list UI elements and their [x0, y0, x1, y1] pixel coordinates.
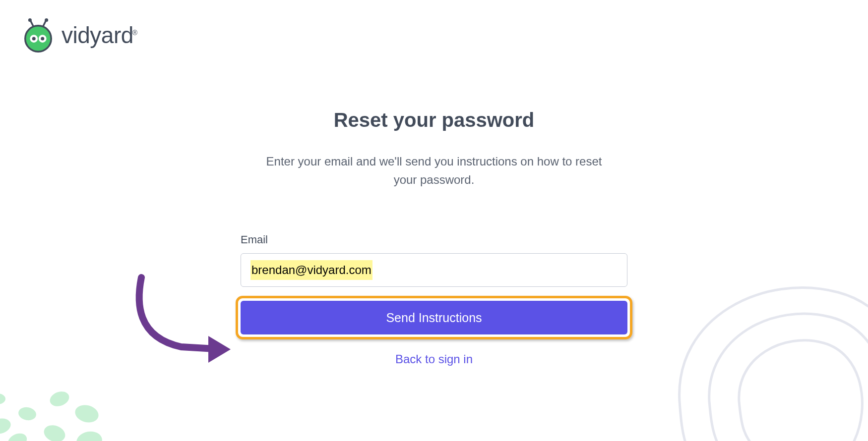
email-field[interactable] — [241, 253, 627, 287]
svg-point-12 — [73, 402, 100, 425]
svg-point-10 — [17, 406, 37, 422]
reset-password-form: Reset your password Enter your email and… — [241, 109, 627, 366]
submit-button-wrapper: Send Instructions — [241, 301, 627, 334]
svg-point-6 — [32, 37, 36, 41]
email-form-group: Email brendan@vidyard.com — [241, 233, 627, 287]
brand-name: vidyard® — [62, 22, 137, 49]
svg-point-14 — [42, 422, 67, 441]
svg-point-8 — [41, 37, 44, 41]
svg-point-13 — [5, 431, 29, 441]
svg-point-15 — [75, 430, 104, 441]
brand-logo: vidyard® — [21, 18, 137, 53]
decorative-rings — [650, 253, 868, 441]
back-to-sign-in-link[interactable]: Back to sign in — [395, 352, 473, 366]
annotation-arrow-icon — [126, 273, 241, 372]
email-label: Email — [241, 233, 627, 246]
decorative-blobs — [0, 362, 129, 441]
svg-point-16 — [0, 393, 5, 404]
page-title: Reset your password — [241, 109, 627, 131]
svg-point-1 — [28, 18, 32, 22]
svg-point-11 — [48, 389, 71, 409]
svg-point-3 — [45, 18, 48, 22]
send-instructions-button[interactable]: Send Instructions — [241, 301, 627, 334]
vidyard-logo-icon — [21, 18, 56, 53]
svg-point-9 — [0, 416, 12, 436]
svg-point-4 — [25, 26, 52, 52]
page-description: Enter your email and we'll send you inst… — [255, 152, 613, 189]
